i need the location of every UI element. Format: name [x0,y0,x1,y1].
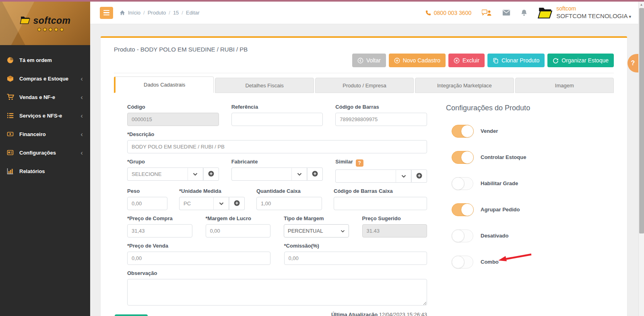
excluir-button[interactable]: Excluir [448,54,485,67]
agrupar-pedido-toggle[interactable] [452,203,473,216]
combo-toggle[interactable] [452,256,473,268]
sidebar-item-ta-em-ordem[interactable]: Tá em ordem [0,51,90,69]
chevron-down-icon [193,171,198,177]
habilitar-grade-toggle[interactable] [452,177,473,190]
similar-label: Similar [335,159,353,165]
similar-input[interactable] [335,169,396,183]
tab-produto-empresa[interactable]: Produto / Empresa [315,78,414,93]
company-name: SOFTCOM TECNOLOGIA▾ [556,12,631,20]
codigo-barras-caixa-label: Código de Barras Caixa [334,188,427,194]
breadcrumb: Início / Produto / 15 / Editar [120,10,200,16]
mail-icon[interactable] [502,10,510,16]
chevron-left-icon: ‹ [80,94,83,101]
breadcrumb-home[interactable]: Início [128,10,140,16]
toggle-row-desativado: Desativado [446,223,614,249]
toggle-knob [452,256,464,268]
grupo-add-button[interactable] [203,167,219,181]
desativado-toggle-label: Desativado [481,233,508,239]
breadcrumb-produto[interactable]: Produto [148,10,166,16]
codigo-barras-label: Código de Barras [335,104,427,110]
codigo-barras-caixa-input[interactable] [334,197,427,210]
arrow-left-circle-icon [357,58,363,64]
hamburger-menu-button[interactable] [100,7,113,19]
observacao-textarea[interactable] [127,279,427,306]
desativado-toggle[interactable] [452,229,473,242]
breadcrumb-id[interactable]: 15 [173,10,179,16]
toggle-knob [461,151,474,164]
fabricante-label: Fabricante [231,159,323,165]
dados-cadastrais-panel: Código Referência Código de Barras *Desc [114,93,614,316]
sidebar-item-servicos-e-nfse[interactable]: Serviços e NFS-e ‹ [0,106,90,125]
quantidade-caixa-label: Quantidade Caixa [256,188,322,194]
sidebar-item-configuracoes[interactable]: Configurações ‹ [0,143,90,162]
config-panel-title: Configurações do Produto [446,104,614,112]
sidebar-logo[interactable]: softcom [0,2,90,45]
similar-dropdown-button[interactable] [396,169,411,183]
quantidade-caixa-input[interactable] [256,197,322,210]
sidebar-item-financeiro[interactable]: Financeiro ‹ [0,125,90,143]
phone-icon [425,10,431,16]
product-card: Produto - BODY POLO EM SUEDINE / RUBI / … [101,36,627,316]
sidebar-item-compras-e-estoque[interactable]: Compras e Estoque ‹ [0,69,90,88]
similar-help-badge[interactable]: ? [356,159,363,167]
controlar-estoque-toggle[interactable] [452,151,473,164]
list-icon [7,112,14,119]
topbar: Início / Produto / 15 / Editar 0800 003 … [90,2,638,24]
margem-lucro-input[interactable] [206,224,271,238]
unidade-medida-dropdown-button[interactable] [213,197,229,210]
peso-input[interactable] [127,197,167,210]
header-divider [114,73,614,73]
organizar-estoque-button[interactable]: Organizar Estoque [547,54,614,67]
codigo-barras-input[interactable] [335,113,427,126]
novo-cadastro-button[interactable]: Novo Cadastro [389,54,446,67]
top-accent-line [0,0,644,2]
tab-dados-cadastrais[interactable]: Dados Cadastrais [114,76,214,93]
preco-venda-label: *Preço de Venda [127,243,270,249]
similar-add-button[interactable] [411,169,427,183]
save-button[interactable] [115,314,148,316]
fabricante-dropdown-button[interactable] [291,167,307,181]
sidebar-logo-text: softcom [33,15,71,26]
scrollbar[interactable]: ▲ [638,2,644,316]
bell-icon[interactable] [521,9,527,16]
tipo-margem-select[interactable]: PERCENTUAL [284,224,349,238]
chat-support-icon[interactable] [482,9,492,16]
x-circle-icon [454,58,460,64]
fabricante-input[interactable] [231,167,292,181]
preco-compra-input[interactable] [127,224,192,238]
tab-integracao-marketplace[interactable]: Integração Marketplace [415,78,514,93]
scrollbar-thumb[interactable] [639,8,644,233]
observacao-label: Observação [127,270,427,276]
account-menu[interactable]: softcom SOFTCOM TECNOLOGIA▾ [538,5,631,20]
fabricante-add-button[interactable] [307,167,323,181]
support-phone[interactable]: 0800 003 3600 [425,10,471,16]
last-update: Última Atualização 12/04/2023 15:26:43 [127,312,427,316]
referencia-input[interactable] [231,113,323,126]
grupo-label: *Grupo [127,159,219,165]
clonar-produto-button[interactable]: Clonar Produto [487,54,545,67]
unidade-medida-input[interactable] [179,197,213,210]
preco-venda-input[interactable] [127,252,270,265]
voltar-button[interactable]: Voltar [352,54,386,67]
grupo-input[interactable] [127,167,188,181]
grupo-dropdown-button[interactable] [188,167,203,181]
comissao-input[interactable] [284,252,427,265]
sidebar-item-vendas-e-nfe[interactable]: Vendas e NF-e ‹ [0,88,90,106]
descricao-input[interactable] [127,140,427,153]
unidade-medida-add-button[interactable] [229,197,245,210]
vender-toggle[interactable] [452,125,473,138]
sidebar-item-relatorios[interactable]: Relatórios [0,162,90,180]
agrupar-pedido-toggle-label: Agrupar Pedido [481,207,520,213]
sidebar-item-label: Compras e Estoque [19,76,80,82]
chevron-down-icon [297,171,302,177]
caret-down-icon: ▾ [629,14,631,19]
red-annotation-arrow-icon [497,252,533,264]
tab-imagem[interactable]: Imagem [515,78,614,93]
toggle-row-habilitar-grade: Habilitar Grade [446,170,614,196]
plus-circle-icon [312,171,318,178]
chevron-left-icon: ‹ [80,112,83,119]
vender-toggle-label: Vender [481,128,498,134]
chevron-left-icon: ‹ [80,149,83,156]
tab-detalhes-fiscais[interactable]: Detalhes Fiscais [215,78,314,93]
scrollbar-up-arrow[interactable]: ▲ [639,2,644,8]
